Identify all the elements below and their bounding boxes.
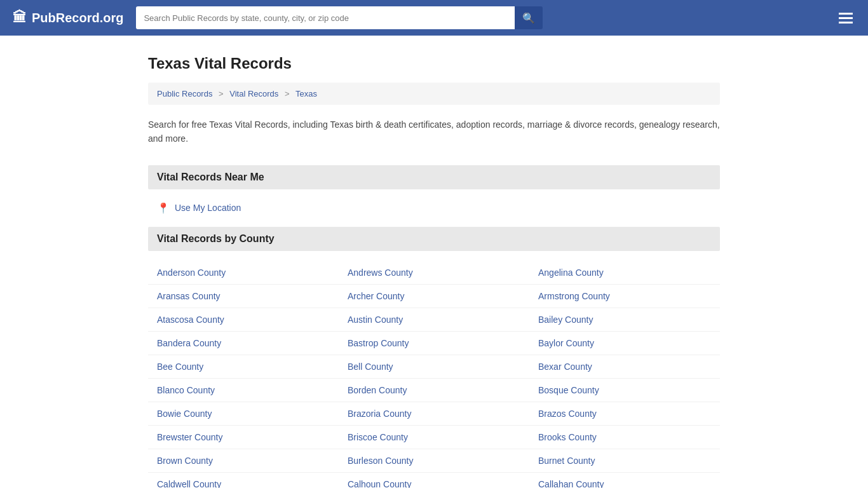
county-cell: Bastrop County: [339, 331, 529, 355]
county-link[interactable]: Armstrong County: [538, 291, 610, 301]
county-table: Anderson CountyAndrews CountyAngelina Co…: [148, 261, 720, 488]
county-link[interactable]: Aransas County: [157, 291, 220, 301]
county-cell: Bell County: [339, 355, 529, 378]
near-me-section-header: Vital Records Near Me: [148, 165, 720, 189]
county-link[interactable]: Brown County: [157, 456, 213, 466]
county-cell: Bandera County: [148, 331, 339, 355]
table-row: Anderson CountyAndrews CountyAngelina Co…: [148, 261, 720, 285]
county-link[interactable]: Blanco County: [157, 385, 215, 395]
county-cell: Burnet County: [529, 449, 720, 472]
county-cell: Bowie County: [148, 402, 339, 425]
county-link[interactable]: Brazos County: [538, 409, 597, 419]
county-cell: Anderson County: [148, 261, 339, 285]
county-link[interactable]: Callahan County: [538, 479, 604, 488]
county-cell: Baylor County: [529, 331, 720, 355]
menu-bar-3: [839, 22, 853, 24]
county-link[interactable]: Andrews County: [348, 268, 413, 278]
logo-icon: 🏛: [13, 10, 27, 26]
table-row: Brown CountyBurleson CountyBurnet County: [148, 449, 720, 472]
county-cell: Bailey County: [529, 308, 720, 331]
county-link[interactable]: Bee County: [157, 362, 203, 372]
county-link[interactable]: Angelina County: [538, 268, 604, 278]
county-link[interactable]: Calhoun County: [348, 479, 411, 488]
county-cell: Archer County: [339, 284, 529, 308]
county-link[interactable]: Anderson County: [157, 268, 226, 278]
county-cell: Andrews County: [339, 261, 529, 285]
search-input[interactable]: [136, 6, 515, 29]
search-button[interactable]: 🔍: [515, 6, 543, 29]
county-cell: Brown County: [148, 449, 339, 472]
county-cell: Brazoria County: [339, 402, 529, 425]
county-link[interactable]: Brewster County: [157, 432, 222, 442]
county-cell: Briscoe County: [339, 425, 529, 449]
breadcrumb-public-records[interactable]: Public Records: [157, 89, 212, 98]
county-link[interactable]: Caldwell County: [157, 479, 221, 488]
county-link[interactable]: Bastrop County: [348, 338, 409, 348]
county-link[interactable]: Bailey County: [538, 315, 593, 325]
county-cell: Burleson County: [339, 449, 529, 472]
table-row: Caldwell CountyCalhoun CountyCallahan Co…: [148, 472, 720, 488]
search-bar: 🔍: [136, 6, 543, 29]
table-row: Bee CountyBell CountyBexar County: [148, 355, 720, 378]
county-link[interactable]: Baylor County: [538, 338, 594, 348]
page-title: Texas Vital Records: [148, 55, 720, 72]
table-row: Atascosa CountyAustin CountyBailey Count…: [148, 308, 720, 331]
page-description: Search for free Texas Vital Records, inc…: [148, 118, 720, 146]
county-cell: Brooks County: [529, 425, 720, 449]
table-row: Bandera CountyBastrop CountyBaylor Count…: [148, 331, 720, 355]
county-cell: Atascosa County: [148, 308, 339, 331]
county-cell: Austin County: [339, 308, 529, 331]
county-cell: Bee County: [148, 355, 339, 378]
county-link[interactable]: Brooks County: [538, 432, 597, 442]
search-icon: 🔍: [522, 12, 535, 24]
menu-bar-1: [839, 13, 853, 15]
county-link[interactable]: Burnet County: [538, 456, 595, 466]
county-link[interactable]: Brazoria County: [348, 409, 411, 419]
county-link[interactable]: Burleson County: [348, 456, 414, 466]
county-link[interactable]: Borden County: [348, 385, 407, 395]
county-link[interactable]: Austin County: [348, 315, 403, 325]
table-row: Brewster CountyBriscoe CountyBrooks Coun…: [148, 425, 720, 449]
breadcrumb-sep-1: >: [219, 89, 224, 98]
county-link[interactable]: Bexar County: [538, 362, 592, 372]
use-location-row[interactable]: 📍 Use My Location: [148, 200, 720, 227]
breadcrumb-sep-2: >: [285, 89, 290, 98]
county-cell: Bexar County: [529, 355, 720, 378]
county-cell: Brazos County: [529, 402, 720, 425]
county-cell: Bosque County: [529, 378, 720, 402]
county-cell: Borden County: [339, 378, 529, 402]
use-location-link[interactable]: Use My Location: [175, 203, 241, 213]
county-cell: Angelina County: [529, 261, 720, 285]
county-cell: Aransas County: [148, 284, 339, 308]
county-link[interactable]: Bell County: [348, 362, 393, 372]
table-row: Blanco CountyBorden CountyBosque County: [148, 378, 720, 402]
county-cell: Calhoun County: [339, 472, 529, 488]
breadcrumb-vital-records[interactable]: Vital Records: [229, 89, 278, 98]
location-icon: 📍: [157, 202, 170, 214]
menu-bar-2: [839, 17, 853, 19]
breadcrumb-texas[interactable]: Texas: [295, 89, 317, 98]
county-link[interactable]: Briscoe County: [348, 432, 408, 442]
logo[interactable]: 🏛 PubRecord.org: [13, 10, 123, 26]
county-link[interactable]: Bandera County: [157, 338, 221, 348]
county-cell: Blanco County: [148, 378, 339, 402]
county-link[interactable]: Archer County: [348, 291, 404, 301]
county-cell: Armstrong County: [529, 284, 720, 308]
logo-text: PubRecord.org: [32, 11, 123, 25]
county-link[interactable]: Bowie County: [157, 409, 212, 419]
menu-button[interactable]: [836, 10, 855, 26]
county-cell: Callahan County: [529, 472, 720, 488]
breadcrumb: Public Records > Vital Records > Texas: [148, 83, 720, 105]
county-section-header: Vital Records by County: [148, 227, 720, 251]
county-link[interactable]: Bosque County: [538, 385, 599, 395]
table-row: Bowie CountyBrazoria CountyBrazos County: [148, 402, 720, 425]
county-cell: Brewster County: [148, 425, 339, 449]
table-row: Aransas CountyArcher CountyArmstrong Cou…: [148, 284, 720, 308]
county-cell: Caldwell County: [148, 472, 339, 488]
county-link[interactable]: Atascosa County: [157, 315, 224, 325]
